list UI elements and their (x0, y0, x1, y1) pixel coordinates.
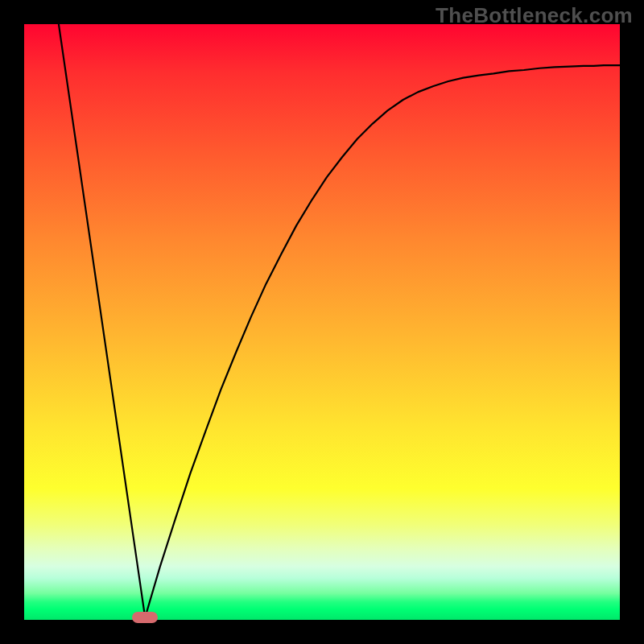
plot-gradient-area (24, 24, 620, 620)
watermark-text: TheBottleneck.com (436, 3, 633, 28)
chart-frame: TheBottleneck.com (0, 0, 644, 644)
optimal-point-marker (132, 612, 158, 623)
